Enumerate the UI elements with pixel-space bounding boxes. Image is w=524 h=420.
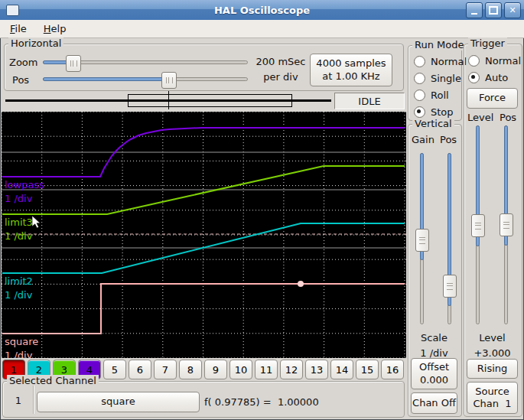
trigger-pos-column-label: Pos xyxy=(500,112,516,123)
pos-slider-label: Pos xyxy=(12,74,29,86)
selected-channel-label: Selected Channel xyxy=(7,375,99,386)
radio-option-single[interactable]: Single xyxy=(414,73,467,83)
slider-grip-icon xyxy=(475,223,481,230)
scope-label-square: square 1 /div xyxy=(5,335,38,358)
menu-help[interactable]: Help xyxy=(44,23,67,34)
channel-button-6[interactable]: 6 xyxy=(129,360,151,379)
run-mode-frame-label: Run Mode xyxy=(412,39,466,50)
channel-button-12[interactable]: 12 xyxy=(280,360,303,379)
radio-option-auto[interactable]: Auto xyxy=(468,72,521,83)
timebase-readout: 200 mSec per div xyxy=(252,54,310,85)
slider-grip-icon xyxy=(419,237,425,244)
radio-label: Single xyxy=(431,73,461,84)
channel-source-button[interactable]: square xyxy=(37,392,200,412)
radio-option-normal[interactable]: Normal xyxy=(468,55,521,66)
horizontal-zoom-handle[interactable] xyxy=(66,55,81,72)
scope-label-limit3: limit3 1 /div xyxy=(5,216,33,243)
trigger-edge-button[interactable]: Rising xyxy=(467,359,518,379)
slider-grip-icon xyxy=(503,222,509,229)
window-title: HAL Oscilloscope xyxy=(0,5,524,16)
vpos-slider-track[interactable] xyxy=(448,153,451,324)
titlebar[interactable]: HAL Oscilloscope ✕ xyxy=(0,0,524,20)
selected-channel-number: 1 xyxy=(6,389,31,412)
horizontal-pos-handle[interactable] xyxy=(161,72,177,89)
radio-icon xyxy=(468,72,480,83)
radio-label: Stop xyxy=(431,106,454,118)
trigger-level-readout: Level +3.000 xyxy=(464,330,520,360)
readout-marker xyxy=(298,281,304,287)
trigger-level-column-label: Level xyxy=(467,112,493,123)
samples-button[interactable]: 4000 samples at 1.00 KHz xyxy=(310,54,392,86)
channel-button-8[interactable]: 8 xyxy=(179,360,202,379)
cursor-readout: f( 0.97785) = 1.00000 xyxy=(204,396,319,408)
separator xyxy=(33,386,34,414)
channel-button-10[interactable]: 10 xyxy=(229,360,252,379)
trigger-pos-handle[interactable] xyxy=(500,213,513,236)
close-button[interactable]: ✕ xyxy=(504,2,521,18)
menubar: File Help xyxy=(0,20,524,38)
channel-button-11[interactable]: 11 xyxy=(255,360,278,379)
trigger-level-handle[interactable] xyxy=(471,214,485,237)
channel-button-16[interactable]: 16 xyxy=(381,360,404,379)
maximize-button[interactable] xyxy=(485,2,502,18)
trigger-source-button[interactable]: Source Chan 1 xyxy=(467,382,518,414)
channel-button-5[interactable]: 5 xyxy=(103,360,126,379)
run-mode-frame: Run Mode Normal Single Roll Stop xyxy=(408,45,462,121)
maximize-icon xyxy=(489,6,498,15)
scope-label-lowpass: lowpass 1 /div xyxy=(5,178,44,205)
trigger-frame: Trigger Normal Auto Force Level Pos Leve… xyxy=(464,44,522,417)
horizontal-pos-fill xyxy=(43,77,170,81)
vpos-slider-handle[interactable] xyxy=(443,275,457,298)
channel-button-15[interactable]: 15 xyxy=(356,360,379,379)
mouse-cursor-icon xyxy=(32,216,41,228)
chan-off-button[interactable]: Chan Off xyxy=(411,392,457,414)
scope-canvas xyxy=(2,112,406,358)
trigger-frame-label: Trigger xyxy=(468,37,507,49)
horizontal-pos-track[interactable] xyxy=(43,77,248,81)
channel-button-14[interactable]: 14 xyxy=(330,360,353,379)
window-icon[interactable] xyxy=(6,5,19,16)
radio-option-stop[interactable]: Stop xyxy=(414,106,467,117)
minimize-button[interactable] xyxy=(466,2,483,18)
radio-label: Normal xyxy=(485,55,521,67)
radio-option-roll[interactable]: Roll xyxy=(414,90,467,100)
trigger-mode-options: Normal Auto xyxy=(468,55,521,83)
scale-readout: Scale 1 /div xyxy=(408,330,460,360)
radio-icon xyxy=(468,55,480,67)
gain-slider-label: Gain xyxy=(412,134,434,145)
radio-label: Auto xyxy=(485,72,508,83)
channel-button-7[interactable]: 7 xyxy=(154,360,177,379)
selected-channel-frame: Selected Channel 1 square f( 0.97785) = … xyxy=(2,381,405,418)
run-mode-options: Normal Single Roll Stop xyxy=(414,56,467,117)
radio-icon xyxy=(414,90,425,101)
radio-label: Normal xyxy=(431,56,467,67)
radio-option-normal[interactable]: Normal xyxy=(414,56,467,67)
vertical-frame-label: Vertical xyxy=(412,118,454,129)
scope-display[interactable]: lowpass 1 /divlimit3 1 /divlimit2 1 /div… xyxy=(2,112,406,358)
slider-grip-icon xyxy=(447,283,453,290)
horizontal-frame: Horizontal Zoom Pos 200 mSec per div 400… xyxy=(4,44,404,91)
vertical-frame: Vertical Gain Pos Scale 1 /div Offset 0.… xyxy=(408,124,462,417)
minimize-icon xyxy=(471,13,477,15)
capture-status: IDLE xyxy=(334,93,405,109)
horizontal-frame-label: Horizontal xyxy=(8,37,63,49)
record-window-box[interactable] xyxy=(128,94,292,107)
radio-icon xyxy=(414,73,425,84)
menu-file[interactable]: File xyxy=(10,23,27,34)
scope-label-limit2: limit2 1 /div xyxy=(5,275,33,301)
slider-grip-icon xyxy=(166,77,173,83)
slider-grip-icon xyxy=(70,60,77,67)
offset-button[interactable]: Offset 0.000 xyxy=(411,358,457,389)
channel-button-9[interactable]: 9 xyxy=(204,360,227,379)
channel-button-13[interactable]: 13 xyxy=(305,360,328,379)
record-trigger-tick xyxy=(168,91,169,109)
zoom-slider-label: Zoom xyxy=(9,57,37,68)
record-view[interactable]: IDLE xyxy=(0,91,406,111)
force-button[interactable]: Force xyxy=(467,88,518,109)
gain-slider-handle[interactable] xyxy=(415,229,429,252)
close-icon: ✕ xyxy=(509,6,516,15)
radio-label: Roll xyxy=(431,90,449,101)
radio-icon xyxy=(414,106,425,118)
vpos-slider-label: Pos xyxy=(440,134,457,145)
radio-icon xyxy=(414,56,425,67)
